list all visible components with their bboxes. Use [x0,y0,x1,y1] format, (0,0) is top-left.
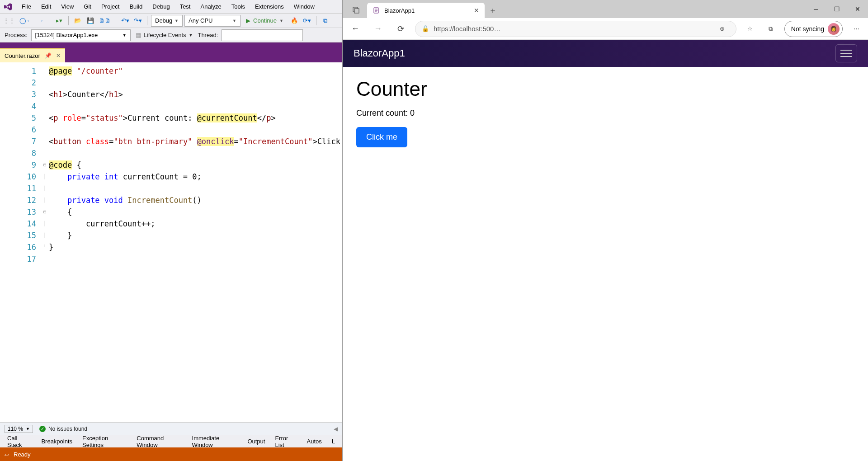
continue-button[interactable]: ▶ Continue ▼ [242,15,287,27]
tab-output[interactable]: Output [243,436,269,447]
minimize-button[interactable]: ─ [806,0,826,18]
code-text[interactable]: @page "/counter" <h1>Counter</h1> <p rol… [49,62,342,422]
editor-tab-counter[interactable]: Counter.razor 📌 ✕ [0,48,65,62]
browser-tab-close-icon[interactable]: ✕ [474,7,479,14]
browser-tab-title: BlazorApp1 [384,7,469,14]
nav-back-button[interactable]: ◯← [18,15,33,26]
save-all-button[interactable]: 🗎🗎 [98,15,112,26]
thread-label: Thread: [198,32,218,38]
browser-link-button[interactable]: ⧉ [320,15,331,26]
browser-tab[interactable]: BlazorApp1 ✕ [367,3,485,18]
vs-statusbar: ▱ Ready [0,447,342,461]
process-value: [15324] BlazorApp1.exe [35,32,98,38]
tab-pin-icon[interactable]: 📌 [45,52,52,59]
zoom-combo[interactable]: 110 % ▼ [5,425,33,433]
forward-button[interactable]: → [370,21,386,37]
vs-debugbar: Process: [15324] BlazorApp1.exe ▼ ▦ Life… [0,28,342,42]
profile-avatar: 👩 [828,23,840,35]
vs-menubar: File Edit View Git Project Build Debug T… [0,0,342,14]
profile-sync-button[interactable]: Not syncing 👩 [784,21,843,37]
menu-debug[interactable]: Debug [148,1,174,12]
play-icon: ▶ [246,17,250,24]
site-info-icon[interactable]: 🔓 [422,25,429,32]
new-item-button[interactable]: ▸▾ [54,15,65,26]
new-tab-button[interactable]: ＋ [485,3,501,18]
tab-favicon [373,7,380,14]
ok-icon: ✓ [39,426,46,432]
thread-combo[interactable] [222,29,303,41]
configuration-combo[interactable]: Debug▼ [151,15,183,27]
sync-label: Not syncing [791,25,824,33]
menu-edit[interactable]: Edit [37,1,56,12]
visual-studio-window: File Edit View Git Project Build Debug T… [0,0,343,461]
nav-left-icon[interactable]: ◀ [334,426,338,432]
redo-button[interactable]: ↷▾ [132,15,143,26]
click-me-button[interactable]: Click me [356,127,407,147]
tab-locals[interactable]: L [327,436,340,447]
lifecycle-events-button[interactable]: ▦ Lifecycle Events ▼ [134,30,194,41]
menu-file[interactable]: File [17,1,36,12]
back-button[interactable]: ← [347,21,363,37]
lifecycle-icon: ▦ [136,32,141,38]
favorites-icon[interactable]: ☆ [743,22,757,36]
lifecycle-label: Lifecycle Events [144,32,186,38]
configuration-value: Debug [155,17,172,24]
address-bar[interactable]: 🔓 https://localhost:500… ⊕ [415,21,736,37]
issues-indicator[interactable]: ✓ No issues found [39,426,87,432]
close-window-button[interactable]: ✕ [847,0,868,18]
browser-toolbar: ← → ⟳ 🔓 https://localhost:500… ⊕ ☆ ⧉ Not… [343,18,868,40]
svg-rect-1 [354,9,359,13]
edge-browser-window: BlazorApp1 ✕ ＋ ─ ☐ ✕ ← → ⟳ 🔓 https://loc… [343,0,868,461]
process-combo[interactable]: [15324] BlazorApp1.exe ▼ [31,29,131,41]
menu-git[interactable]: Git [79,1,96,12]
fold-column[interactable]: ⊟│││⊟││└ [41,62,49,422]
vs-tabstrip: Counter.razor 📌 ✕ [0,48,342,62]
browser-titlebar: BlazorApp1 ✕ ＋ ─ ☐ ✕ [343,0,868,18]
hot-reload-button[interactable]: 🔥 [289,15,300,26]
page-content: Counter Current count: 0 Click me [343,67,868,158]
window-controls: ─ ☐ ✕ [806,0,868,18]
tab-actions-button[interactable] [348,3,364,18]
menu-extensions[interactable]: Extensions [250,1,288,12]
menu-analyze[interactable]: Analyze [196,1,226,12]
menu-view[interactable]: View [57,1,78,12]
status-icon: ▱ [5,451,9,458]
settings-menu-icon[interactable]: ⋯ [849,22,863,36]
tab-close-icon[interactable]: ✕ [56,52,61,59]
url-text: https://localhost:500… [434,25,711,33]
browser-tabstrip: BlazorApp1 ✕ ＋ [343,0,806,18]
continue-label: Continue [253,17,277,24]
tab-breakpoints[interactable]: Breakpoints [37,436,77,447]
zoom-value: 110 % [8,426,23,432]
menu-tools[interactable]: Tools [227,1,250,12]
collections-icon[interactable]: ⧉ [764,22,778,36]
app-navbar: BlazorApp1 [343,40,868,67]
undo-button[interactable]: ↶▾ [120,15,131,26]
browser-viewport: BlazorApp1 Counter Current count: 0 Clic… [343,40,868,461]
app-brand[interactable]: BlazorApp1 [354,47,405,59]
process-label: Process: [5,32,28,38]
line-number-gutter: 1234567891011121314151617 [0,62,41,422]
issues-text: No issues found [48,426,87,432]
open-file-button[interactable]: 📂 [72,15,83,26]
refresh-button[interactable]: ⟳ [392,21,409,37]
maximize-button[interactable]: ☐ [826,0,847,18]
nav-forward-button[interactable]: → [35,15,46,26]
menu-build[interactable]: Build [125,1,147,12]
vs-toolbar: ⋮⋮ ◯← → ▸▾ 📂 💾 🗎🗎 ↶▾ ↷▾ Debug▼ Any CPU▼ … [0,14,342,28]
restart-button[interactable]: ⟳▾ [302,15,312,26]
menu-test[interactable]: Test [175,1,195,12]
save-button[interactable]: 💾 [85,15,96,26]
vs-logo-icon [2,1,14,12]
vs-command-bar-spacer [0,42,342,48]
menu-window[interactable]: Window [289,1,319,12]
nav-toggle-button[interactable] [835,44,857,62]
page-heading: Counter [356,78,854,100]
tab-autos[interactable]: Autos [302,436,326,447]
drag-handle-icon: ⋮⋮ [2,15,16,26]
code-editor[interactable]: 1234567891011121314151617 ⊟│││⊟││└ @page… [0,62,342,422]
platform-combo[interactable]: Any CPU▼ [184,15,241,27]
menu-project[interactable]: Project [97,1,124,12]
read-aloud-icon[interactable]: ⊕ [715,22,730,36]
editor-tab-label: Counter.razor [5,52,40,59]
